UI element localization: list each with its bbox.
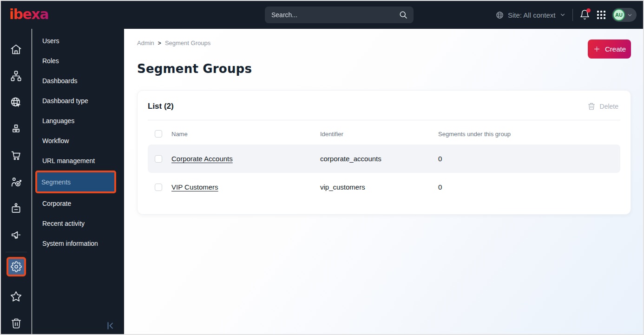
- global-search: [265, 7, 414, 23]
- table-row-vip-customers[interactable]: VIP Customersvip_customers0: [148, 173, 620, 201]
- identifier-cell: vip_customers: [320, 183, 438, 191]
- create-button-label: Create: [605, 45, 626, 53]
- row-checkbox[interactable]: [155, 155, 162, 163]
- menu-item-roles[interactable]: Roles: [32, 51, 124, 71]
- menu-item-workflow[interactable]: Workflow: [32, 131, 124, 151]
- table-header: Name Identifier Segments under this grou…: [148, 123, 620, 145]
- menu-item-users[interactable]: Users: [32, 31, 124, 51]
- topbar-divider: [572, 9, 573, 21]
- card-divider: [148, 120, 620, 120]
- menu-item-label: Recent activity: [42, 220, 85, 227]
- menu-item-label: Workflow: [42, 137, 69, 145]
- topbar-controls: Site: All context AU: [495, 1, 637, 29]
- menu-item-languages[interactable]: Languages: [32, 111, 124, 131]
- plus-icon: [593, 45, 601, 53]
- menu-item-label: Segments: [41, 178, 71, 186]
- menu-item-label: Dashboards: [42, 77, 78, 85]
- nav-commerce-icon[interactable]: [1, 142, 32, 169]
- page-title: Segment Groups: [137, 62, 631, 76]
- segment-group-link[interactable]: Corporate Accounts: [171, 155, 320, 163]
- breadcrumb-separator: >: [158, 40, 161, 46]
- segments-count-cell: 0: [438, 183, 620, 191]
- notifications-button[interactable]: [579, 9, 591, 20]
- main-nav-rail: [1, 29, 32, 335]
- collapse-sidebar-button[interactable]: [105, 320, 116, 331]
- column-header-name: Name: [171, 131, 320, 138]
- rail-divider: [6, 252, 27, 252]
- segment-group-link[interactable]: VIP Customers: [171, 183, 320, 191]
- site-context-label: Site: All context: [508, 11, 556, 19]
- app-grid-icon[interactable]: [597, 11, 606, 20]
- site-context-selector[interactable]: Site: All context: [495, 11, 566, 20]
- avatar: AU: [613, 9, 625, 21]
- menu-item-label: URL management: [42, 157, 95, 164]
- menu-item-dashboard-type[interactable]: Dashboard type: [32, 91, 124, 111]
- nav-campaigns-icon[interactable]: [1, 222, 32, 248]
- row-checkbox[interactable]: [155, 184, 162, 191]
- search-icon[interactable]: [399, 10, 408, 20]
- menu-item-system-information[interactable]: System information: [32, 233, 124, 253]
- menu-item-label: Roles: [42, 57, 59, 65]
- identifier-cell: corporate_accounts: [320, 155, 438, 163]
- globe-icon: [495, 11, 504, 20]
- menu-item-label: Languages: [42, 117, 74, 125]
- nav-corporate-icon[interactable]: [1, 195, 32, 222]
- chevron-down-icon: [627, 12, 633, 18]
- nav-home-icon[interactable]: [1, 36, 32, 63]
- table-body: Corporate Accountscorporate_accounts0VIP…: [148, 145, 620, 201]
- menu-item-corporate[interactable]: Corporate: [32, 193, 124, 213]
- column-header-segments: Segments under this group: [438, 131, 620, 138]
- chevron-down-icon: [559, 12, 566, 18]
- delete-button[interactable]: Delete: [587, 102, 620, 111]
- search-input[interactable]: [265, 7, 414, 23]
- nav-trash-icon[interactable]: [1, 310, 32, 335]
- breadcrumb-item-segment-groups: Segment Groups: [165, 39, 210, 46]
- menu-item-label: Dashboard type: [42, 97, 88, 105]
- user-menu[interactable]: AU: [612, 8, 637, 22]
- nav-site-icon[interactable]: [1, 89, 32, 116]
- list-title: List (2): [148, 102, 174, 111]
- nav-bookmarks-icon[interactable]: [1, 283, 32, 310]
- menu-item-recent-activity[interactable]: Recent activity: [32, 213, 124, 233]
- menu-item-segments[interactable]: Segments: [35, 171, 116, 193]
- breadcrumb: Admin>Segment Groups: [137, 39, 631, 46]
- menu-item-dashboards[interactable]: Dashboards: [32, 71, 124, 91]
- breadcrumb-item-admin[interactable]: Admin: [137, 39, 154, 46]
- trash-icon: [587, 102, 596, 111]
- table-row-corporate-accounts[interactable]: Corporate Accountscorporate_accounts0: [148, 145, 620, 173]
- segment-groups-list-card: List (2) Delete Name Identifier Segments…: [137, 90, 631, 215]
- select-all-checkbox[interactable]: [155, 130, 162, 138]
- menu-item-url-management[interactable]: URL management: [32, 151, 124, 171]
- nav-personalization-icon[interactable]: [1, 169, 32, 195]
- nav-product-catalog-icon[interactable]: [1, 116, 32, 142]
- menu-item-label: System information: [42, 240, 98, 247]
- app-window: ibexa Site: All context: [0, 0, 644, 335]
- create-button[interactable]: Create: [588, 39, 631, 59]
- settings-menu: UsersRolesDashboardsDashboard typeLangua…: [32, 29, 124, 335]
- top-bar: ibexa Site: All context: [1, 1, 643, 29]
- column-header-identifier: Identifier: [320, 131, 438, 138]
- menu-item-label: Users: [42, 37, 59, 45]
- menu-item-label: Corporate: [42, 200, 71, 207]
- nav-settings-icon[interactable]: [7, 257, 26, 276]
- segments-count-cell: 0: [438, 155, 620, 163]
- delete-button-label: Delete: [600, 103, 618, 110]
- notification-dot: [586, 8, 591, 13]
- nav-content-tree-icon[interactable]: [1, 63, 32, 89]
- main-content: Admin>Segment Groups Create Segment Grou…: [124, 29, 643, 334]
- ibexa-logo[interactable]: ibexa: [9, 7, 48, 22]
